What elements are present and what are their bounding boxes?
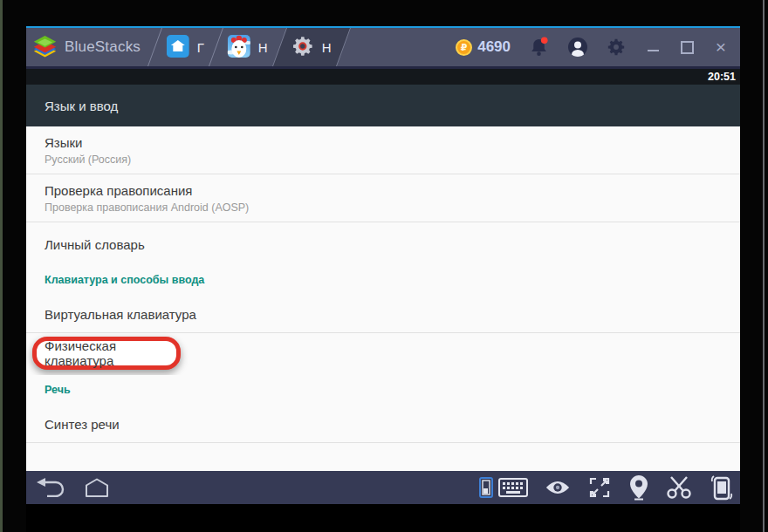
- window-footer-black: [26, 504, 740, 532]
- keyboard-group: [479, 477, 528, 498]
- settings-list: Языки Русский (Россия) Проверка правопис…: [26, 126, 740, 471]
- list-item-physical-keyboard[interactable]: Физическая клавиатура: [26, 333, 740, 375]
- back-button[interactable]: [35, 478, 66, 497]
- location-button[interactable]: [628, 474, 649, 501]
- item-title: Языки: [45, 135, 740, 150]
- item-title: Виртуальная клавиатура: [45, 307, 740, 322]
- coin-icon: ₽: [456, 39, 472, 56]
- home-nav-icon: [82, 478, 112, 497]
- settings-icon[interactable]: [607, 38, 626, 57]
- bluestacks-window: BlueStacks Г: [26, 26, 740, 532]
- tab-chicken-label: Н: [258, 40, 268, 55]
- keyboard-button[interactable]: [498, 477, 528, 498]
- page-title: Язык и ввод: [45, 99, 118, 113]
- points-balance: 4690: [477, 38, 511, 56]
- chicken-app-icon: [228, 35, 250, 60]
- app-header: Язык и ввод: [26, 85, 740, 126]
- back-icon: [35, 478, 66, 497]
- list-item-languages[interactable]: Языки Русский (Россия): [26, 126, 740, 174]
- settings-gear-icon: [291, 35, 314, 60]
- android-status-bar: 20:51: [26, 69, 740, 85]
- profile-avatar-icon[interactable]: [567, 37, 588, 58]
- maximize-button[interactable]: [680, 40, 694, 54]
- minimize-button[interactable]: [646, 40, 660, 54]
- section-title: Речь: [45, 384, 71, 396]
- home-button[interactable]: [82, 478, 112, 497]
- tab-home-label: Г: [197, 40, 204, 55]
- bluestacks-toolbar-icons: [479, 474, 735, 501]
- cut-region-button[interactable]: [666, 475, 692, 500]
- maximize-icon: [681, 41, 694, 54]
- close-button[interactable]: ×: [714, 40, 728, 54]
- keyboard-toggle-button[interactable]: [479, 477, 493, 498]
- bluestacks-logo-icon: [33, 35, 57, 60]
- titlebar-right: ₽ 4690: [456, 37, 728, 58]
- section-header-speech: Речь: [26, 375, 740, 406]
- tab-strip: Г: [154, 28, 344, 66]
- location-icon: [628, 474, 649, 501]
- item-title: Синтез речи: [45, 417, 740, 432]
- red-highlight-annotation: Физическая клавиатура: [32, 337, 181, 370]
- close-icon: ×: [716, 40, 726, 54]
- item-title: Физическая клавиатура: [37, 338, 176, 368]
- eye-icon: [545, 479, 571, 496]
- fullscreen-icon: [587, 475, 612, 500]
- minimize-icon: [648, 50, 659, 51]
- tab-settings[interactable]: Н: [272, 28, 351, 66]
- fullscreen-button[interactable]: [587, 475, 612, 500]
- bottom-toolbar: [26, 471, 740, 504]
- list-item-spellcheck[interactable]: Проверка правописания Проверка правописа…: [26, 174, 740, 222]
- scissors-icon: [666, 475, 692, 500]
- item-subtitle: Проверка правописания Android (AOSP): [45, 201, 740, 214]
- list-item-text-to-speech[interactable]: Синтез речи: [26, 406, 740, 443]
- desktop-edge-line: [763, 0, 765, 532]
- clock: 20:51: [708, 71, 736, 83]
- rotate-device-icon: [709, 474, 735, 501]
- rotate-device-button[interactable]: [709, 474, 735, 501]
- android-nav-buttons: [35, 478, 112, 497]
- section-title: Клавиатура и способы ввода: [45, 274, 204, 286]
- eye-visibility-button[interactable]: [545, 479, 571, 496]
- brand-title: BlueStacks: [65, 38, 141, 56]
- item-subtitle: Русский (Россия): [45, 153, 740, 166]
- section-header-keyboard: Клавиатура и способы ввода: [26, 266, 740, 297]
- list-item-virtual-keyboard[interactable]: Виртуальная клавиатура: [26, 297, 740, 333]
- item-title: Проверка правописания: [45, 183, 740, 198]
- notifications-bell-icon[interactable]: [529, 37, 549, 58]
- tab-settings-label: Н: [322, 40, 332, 55]
- home-icon: [167, 35, 189, 60]
- keyboard-toggle-icon: [479, 477, 493, 498]
- desktop-edge-sliver: [0, 0, 3, 532]
- titlebar: BlueStacks Г: [26, 28, 740, 66]
- keyboard-icon: [498, 477, 528, 498]
- item-title: Личный словарь: [45, 237, 740, 252]
- list-item-personal-dictionary[interactable]: Личный словарь: [26, 222, 740, 266]
